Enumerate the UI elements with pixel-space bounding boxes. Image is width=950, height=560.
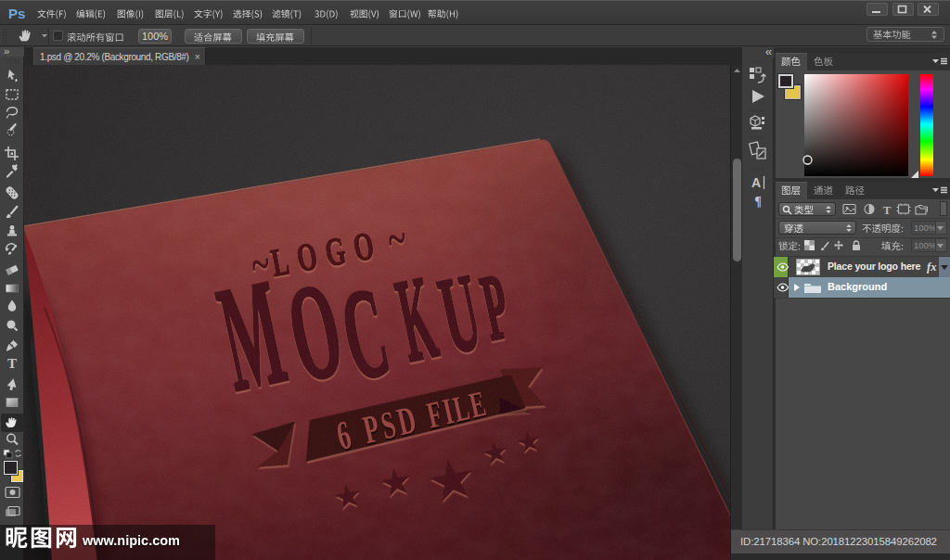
svg-text:¶: ¶ (754, 195, 762, 209)
svg-text:T: T (7, 356, 17, 371)
svg-text:T: T (883, 203, 892, 215)
svg-text:A: A (751, 175, 761, 190)
